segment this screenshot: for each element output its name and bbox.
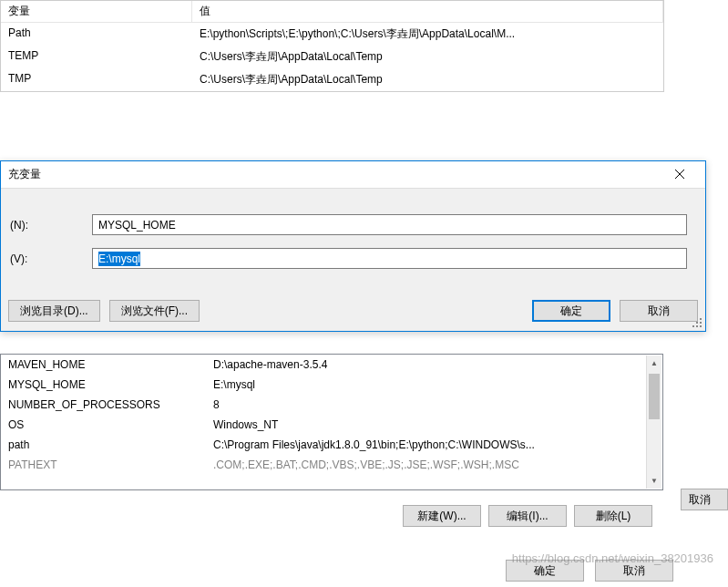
cell-variable: TMP <box>1 70 192 89</box>
svg-rect-7 <box>700 325 702 327</box>
parent-window-cancel-partial[interactable]: 取消 <box>681 489 728 510</box>
cell-value: Windows_NT <box>206 417 662 433</box>
cell-value: E:\python\Scripts\;E:\python\;C:\Users\李… <box>192 25 663 44</box>
form-row-name: (N): <box>8 214 687 235</box>
cell-value: C:\Users\李垚周\AppData\Local\Temp <box>192 47 663 67</box>
delete-button[interactable]: 删除(L) <box>574 505 652 527</box>
table-row[interactable]: TMP C:\Users\李垚周\AppData\Local\Temp <box>1 68 663 91</box>
variable-value-input[interactable]: E:\mysql <box>92 248 687 269</box>
cell-variable: MYSQL_HOME <box>1 376 206 393</box>
parent-ok-button[interactable]: 确定 <box>506 560 584 582</box>
dialog-titlebar[interactable]: 充变量 <box>1 161 705 189</box>
edit-button[interactable]: 编辑(I)... <box>488 505 567 527</box>
table-row[interactable]: MAVEN_HOME D:\apache-maven-3.5.4 <box>1 355 662 375</box>
table-row[interactable]: path C:\Program Files\java\jdk1.8.0_91\b… <box>1 435 662 455</box>
svg-rect-3 <box>696 322 698 324</box>
col-header-variable[interactable]: 变量 <box>1 1 192 22</box>
cell-variable: NUMBER_OF_PROCESSORS <box>1 396 206 413</box>
user-vars-header: 变量 值 <box>1 1 663 23</box>
scroll-thumb[interactable] <box>649 374 660 419</box>
dialog-body: (N): (V): E:\mysql <box>1 189 705 294</box>
variable-name-label: (N): <box>8 219 92 232</box>
new-button[interactable]: 新建(W)... <box>403 505 481 527</box>
cell-variable: MAVEN_HOME <box>1 356 206 373</box>
cell-variable: Path <box>1 25 192 44</box>
variable-name-input[interactable] <box>92 214 687 235</box>
cell-value: C:\Program Files\java\jdk1.8.0_91\bin;E:… <box>206 437 662 453</box>
browse-file-button[interactable]: 浏览文件(F)... <box>109 300 200 322</box>
svg-rect-6 <box>696 325 698 327</box>
svg-rect-2 <box>700 318 702 320</box>
ok-button[interactable]: 确定 <box>532 300 610 322</box>
resize-grip-icon[interactable] <box>692 318 703 329</box>
browse-directory-button[interactable]: 浏览目录(D)... <box>8 300 100 322</box>
variable-value-label: (V): <box>8 252 92 265</box>
cell-value: .COM;.EXE;.BAT;.CMD;.VBS;.VBE;.JS;.JSE;.… <box>206 457 662 473</box>
user-variables-list: 变量 值 Path E:\python\Scripts\;E:\python\;… <box>0 0 664 92</box>
table-row[interactable]: TEMP C:\Users\李垚周\AppData\Local\Temp <box>1 46 663 68</box>
cell-variable: OS <box>1 417 206 433</box>
scroll-down-icon[interactable]: ▼ <box>647 473 661 489</box>
edit-variable-dialog: 充变量 (N): (V): E:\mysql 浏览目录(D)... 浏览文件(F… <box>0 160 706 332</box>
cell-value: E:\mysql <box>206 376 662 393</box>
cell-variable: TEMP <box>1 47 192 67</box>
cell-variable: path <box>1 437 206 453</box>
table-row[interactable]: OS Windows_NT <box>1 415 662 435</box>
cell-value: C:\Users\李垚周\AppData\Local\Temp <box>192 70 663 89</box>
close-icon <box>675 169 684 181</box>
cancel-button[interactable]: 取消 <box>620 300 698 322</box>
table-row[interactable]: MYSQL_HOME E:\mysql <box>1 375 662 395</box>
svg-rect-4 <box>700 322 702 324</box>
table-row[interactable]: PATHEXT .COM;.EXE;.BAT;.CMD;.VBS;.VBE;.J… <box>1 455 662 475</box>
col-header-value[interactable]: 值 <box>192 1 663 22</box>
table-row[interactable]: Path E:\python\Scripts\;E:\python\;C:\Us… <box>1 23 663 46</box>
form-row-value: (V): E:\mysql <box>8 248 687 269</box>
system-vars-buttons: 新建(W)... 编辑(I)... 删除(L) <box>0 505 663 527</box>
cell-value: D:\apache-maven-3.5.4 <box>206 356 662 373</box>
parent-cancel-button[interactable]: 取消 <box>595 560 673 582</box>
parent-dialog-buttons: 确定 取消 <box>506 560 673 582</box>
system-variables-list: MAVEN_HOME D:\apache-maven-3.5.4 MYSQL_H… <box>0 354 663 490</box>
cancel-label: 取消 <box>689 492 711 508</box>
dialog-button-row: 浏览目录(D)... 浏览文件(F)... 确定 取消 <box>1 294 705 331</box>
cell-value: 8 <box>206 396 662 413</box>
table-row[interactable]: NUMBER_OF_PROCESSORS 8 <box>1 395 662 415</box>
dialog-title: 充变量 <box>8 167 41 182</box>
svg-rect-5 <box>692 325 694 327</box>
scroll-up-icon[interactable]: ▲ <box>647 355 661 371</box>
cell-variable: PATHEXT <box>1 457 206 473</box>
scrollbar-vertical[interactable]: ▲ ▼ <box>646 355 661 489</box>
close-button[interactable] <box>661 162 698 188</box>
